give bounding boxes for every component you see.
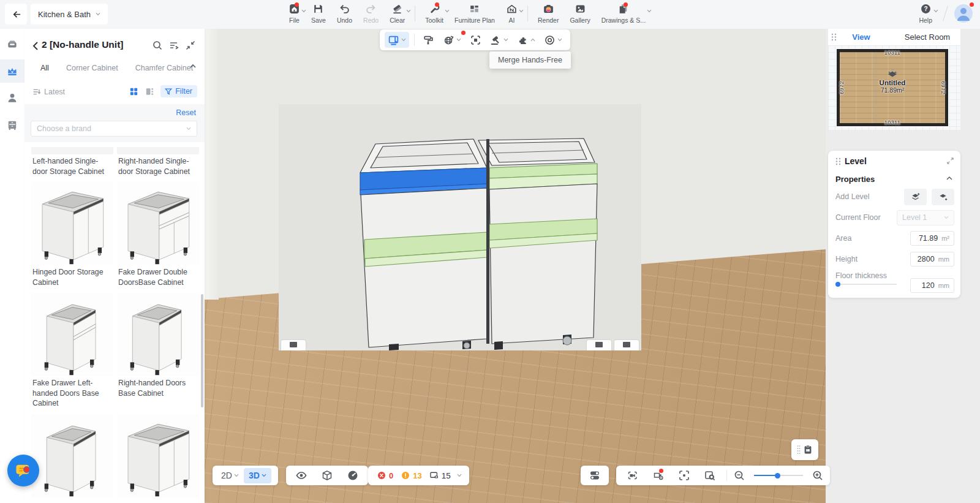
drag-handle-icon[interactable]	[831, 33, 837, 41]
height-input[interactable]: 2800 mm	[910, 252, 954, 267]
rail-item-cabinet-icon[interactable]	[0, 113, 24, 137]
reset-link[interactable]: Reset	[176, 108, 196, 117]
search-icon[interactable]	[152, 40, 163, 51]
grid-view-icon[interactable]	[129, 86, 139, 97]
product-card[interactable]: Fake Drawer Left-handed Doors Base Cabin…	[31, 293, 113, 414]
mode-2d-button[interactable]: 2D	[216, 471, 244, 480]
chat-fab[interactable]	[7, 455, 39, 486]
category-switcher[interactable]: Kitchen & Bath	[31, 4, 108, 25]
topbar-item-ai[interactable]: AI	[500, 2, 523, 24]
topbar-item-undo[interactable]: Undo	[331, 2, 358, 24]
product-card[interactable]	[117, 414, 199, 503]
tool-format-painter-icon[interactable]	[420, 32, 437, 48]
catalog-tab-corner-cabinet[interactable]: Corner Cabinet	[66, 64, 118, 72]
catalog-tab-all[interactable]: All	[40, 64, 49, 72]
display-icon	[429, 471, 439, 480]
zoom-region-icon[interactable]	[704, 469, 716, 482]
minimap-tabs: View Select Room	[828, 29, 960, 45]
camera-settings-icon[interactable]	[652, 469, 665, 482]
expand-icon[interactable]	[946, 157, 954, 165]
minimap-room[interactable]: 10311 10311 6972 6972 Untitled 71.89m²	[837, 49, 948, 126]
zoom-out-icon[interactable]	[733, 469, 745, 482]
stat-warning[interactable]: 13	[401, 471, 421, 480]
floor-thickness-slider[interactable]	[835, 281, 897, 288]
visibility-eye-icon[interactable]	[295, 469, 307, 482]
current-floor-select[interactable]: Level 1	[897, 210, 954, 225]
collapse-icon[interactable]	[185, 40, 196, 51]
sort-control[interactable]: Latest	[32, 87, 65, 97]
topbar-item-drawings-s[interactable]: Drawings & S...	[596, 2, 651, 24]
product-thumbnail	[31, 293, 113, 376]
product-name: Fake Drawer Left-handed Doors Base Cabin…	[32, 378, 112, 409]
panel-back-icon[interactable]	[31, 40, 40, 52]
product-card[interactable]: Right-handed Doors Base Cabinet	[117, 293, 199, 414]
mode-3d-button[interactable]: 3D	[244, 468, 271, 483]
product-card[interactable]: Fake Drawer Double DoorsBase Cabinet	[117, 182, 199, 293]
zoom-in-icon[interactable]	[812, 469, 824, 482]
rail-item-person-icon[interactable]	[0, 86, 24, 110]
overlay-button-photo[interactable]	[614, 340, 639, 350]
drag-handle-icon[interactable]	[835, 157, 841, 165]
slider-thumb[interactable]	[775, 473, 780, 478]
topbar-item-gallery[interactable]: Gallery	[564, 2, 595, 24]
tool-spiral-icon[interactable]	[541, 32, 565, 48]
product-card[interactable]: Right-handed Single-door Storage Cabinet	[117, 147, 199, 182]
tool-merge-gavel-icon[interactable]	[487, 32, 511, 48]
tab-select-room[interactable]: Select Room	[894, 29, 960, 45]
overlay-button-left[interactable]	[281, 340, 306, 350]
floor-thickness-input[interactable]: 120 mm	[910, 278, 954, 293]
slider-track	[835, 284, 897, 285]
product-card[interactable]: Left-handed Single-door Storage Cabinet	[31, 147, 113, 182]
topbar-item-furniture-plan[interactable]: Furniture Plan	[449, 2, 500, 24]
tool-replace-globe-icon[interactable]	[440, 32, 464, 48]
overlay-button-camera[interactable]	[587, 340, 611, 350]
tool-frame-edit-icon[interactable]	[385, 32, 409, 48]
minimap-area[interactable]: 10311 10311 6972 6972 Untitled 71.89m²	[828, 45, 960, 130]
topbar-item-render[interactable]: Render	[532, 2, 564, 24]
cube-view-icon[interactable]	[321, 469, 333, 482]
panel-scrollbar[interactable]	[201, 294, 203, 407]
stat-display[interactable]: 15	[429, 471, 451, 480]
product-card[interactable]: Hinged Door Storage Cabinet	[31, 182, 113, 293]
topbar-item-toolkit[interactable]: Toolkit	[420, 2, 449, 24]
clipboard-button[interactable]	[791, 439, 818, 460]
product-card[interactable]	[31, 414, 113, 503]
sort-label: Latest	[44, 88, 65, 96]
brand-select[interactable]: Choose a brand	[31, 121, 197, 137]
user-avatar[interactable]	[954, 4, 973, 23]
add-level-above-button[interactable]	[904, 189, 927, 205]
performance-gauge-icon[interactable]	[347, 469, 359, 482]
topbar-item-file[interactable]: File	[283, 2, 306, 24]
add-level-below-button[interactable]	[932, 189, 954, 205]
filter-button[interactable]: Filter	[160, 85, 197, 97]
focus-center-icon[interactable]	[678, 469, 690, 482]
zoom-slider[interactable]	[754, 472, 803, 479]
toggles-icon[interactable]	[589, 469, 601, 482]
topbar-item-label: Clear	[390, 17, 405, 24]
camera-select-icon[interactable]	[627, 469, 639, 482]
tool-puzzle-icon[interactable]	[514, 32, 538, 48]
catalog-tab-chamfer-cabinet[interactable]: Chamfer Cabinet	[135, 64, 194, 72]
tune-icon[interactable]	[168, 40, 179, 51]
reference-image-object[interactable]	[279, 104, 641, 350]
tool-select-all-icon[interactable]	[467, 32, 484, 48]
tab-view[interactable]: View	[828, 29, 894, 45]
area-input[interactable]: 71.89 m²	[910, 231, 954, 246]
camera-position-icon[interactable]	[885, 68, 900, 79]
properties-header[interactable]: Properties	[828, 172, 960, 186]
rail-item-vip-crown-icon[interactable]: v	[0, 59, 24, 83]
topbar-item-help[interactable]: ? Help	[913, 2, 938, 24]
topbar-item-save[interactable]: Save	[306, 2, 331, 24]
list-view-icon[interactable]	[145, 86, 155, 97]
back-button[interactable]	[5, 4, 27, 25]
topbar-item-clear[interactable]: Clear	[384, 2, 410, 24]
topbar-item-redo[interactable]: Redo	[358, 2, 384, 24]
stat-error[interactable]: 0	[377, 471, 393, 480]
slider-thumb[interactable]	[835, 282, 840, 287]
rail-item-scanner-box-icon[interactable]	[0, 32, 24, 56]
stat-count: 0	[389, 471, 393, 480]
chevron-up-icon[interactable]	[189, 62, 197, 70]
product-name	[118, 499, 198, 503]
issues-bar[interactable]: 01315	[368, 466, 469, 485]
room-name: Untitled	[880, 79, 906, 86]
